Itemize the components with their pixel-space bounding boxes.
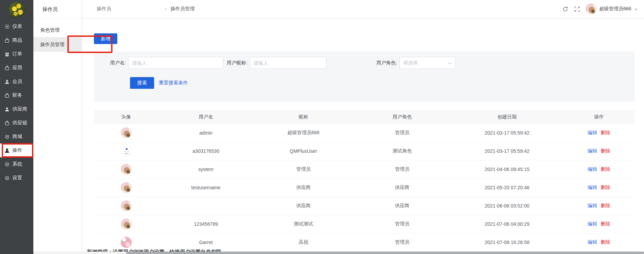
sidebar-item-supplier[interactable]: 供应商 [0,102,33,116]
reset-search-link[interactable]: 重置搜索条件 [159,80,188,86]
sidebar-item-label: 商品 [12,37,22,43]
cell-created: 2021-07-06 04:00:29 [451,221,563,227]
user-menu[interactable]: 超级管理员666 [586,3,638,14]
fullscreen-icon[interactable] [574,6,581,12]
chevron-down-icon [634,6,638,12]
role-select[interactable]: 请选择 [399,57,455,69]
edit-link[interactable]: 编辑 [588,166,597,172]
main-sidebar: 仪表 商品 订单 应用 [0,0,33,254]
edit-link[interactable]: 编辑 [588,148,597,154]
cell-role: 管理员 [353,166,451,172]
delete-link[interactable]: 删除 [601,148,610,154]
column-header-avatar: 头像 [94,114,158,120]
sidebar-item-apps[interactable]: 应用 [0,61,33,75]
sidebar-item-label: 仪表 [12,23,22,30]
dog-photo-avatar [121,164,132,175]
qmplus-logo-avatar [121,146,132,157]
user-avatar [586,3,597,14]
sidebar-item-label: 操作 [12,147,22,154]
sidebar-item-members[interactable]: 会员 [0,75,33,88]
gear-icon [4,162,10,167]
sidebar-item-label: 商城 [12,134,22,140]
edit-link[interactable]: 编辑 [588,184,597,191]
cell-role: 供应商 [353,184,451,191]
cell-username: system [158,167,254,172]
cell-nickname: QMPlusUser [254,148,353,154]
column-header-created: 创建日期 [451,114,563,120]
cell-username: 123456789 [158,221,254,227]
nickname-label: 用户昵称: [227,60,250,66]
search-panel: 用户名: 用户昵称: 用户角色: 请选择 搜索 重置搜索条件 [94,52,635,102]
sidebar-item-label: 设置 [12,175,22,181]
edit-link[interactable]: 编辑 [588,130,597,136]
cell-created: 2021-03-17 05:59:42 [451,148,563,154]
sidebar-item-label: 系统 [12,161,22,167]
bag-icon [4,93,10,98]
sidebar-item-label: 供应商 [12,106,28,112]
sidebar-item-mall[interactable]: 商城 [0,130,33,144]
column-header-nickname: 昵称 [254,114,353,120]
dog-photo-avatar [121,219,132,230]
delete-link[interactable]: 删除 [601,184,610,191]
breadcrumb-separator-icon: > [164,7,167,12]
submenu-item-role-management[interactable]: 角色管理 [33,23,81,37]
top-header: 操作员 > 操作员管理 超级管理员666 [82,0,644,19]
delete-link[interactable]: 删除 [601,221,610,227]
breadcrumb-item-operator-management: 操作员管理 [171,6,266,12]
app-logo-avatar [9,1,25,18]
sidebar-item-label: 财务 [12,92,22,98]
column-header-actions: 操作 [563,114,635,120]
cell-role: 测试角色 [353,148,451,154]
horizontal-scrollbar-thumb[interactable] [126,252,644,254]
refresh-icon[interactable] [562,6,569,12]
header-actions: 超级管理员666 [562,3,638,14]
edit-link[interactable]: 编辑 [588,203,597,209]
sidebar-item-settings[interactable]: 设置 [0,171,33,185]
search-button[interactable]: 搜索 [130,77,154,89]
add-button[interactable]: 新增 [94,33,117,44]
edit-link[interactable]: 编辑 [588,239,597,245]
person-icon [4,148,10,153]
chevron-down-icon [448,60,452,66]
cell-created: 2021-04-06 09:45:15 [451,167,563,172]
breadcrumb: 操作员 > 操作员管理 [97,6,266,12]
cell-nickname: 测试测试 [254,221,353,227]
cell-created: 2021-05-20 07:20:46 [451,185,563,190]
username-input[interactable] [128,57,223,69]
clipboard-icon [4,52,10,57]
sidebar-item-dashboard[interactable]: 仪表 [0,20,33,33]
edit-link[interactable]: 编辑 [588,221,597,227]
bag-icon [4,65,10,71]
sidebar-item-label: 供应链 [12,120,28,126]
submenu-item-operator-management[interactable]: 操作员管理 [33,37,81,52]
cell-created: 2021-07-08 16:26:58 [451,240,563,245]
horizontal-scrollbar [33,252,644,254]
sidebar-item-supply-chain[interactable]: 供应链 [0,116,33,130]
sidebar-item-goods[interactable]: 商品 [0,33,33,47]
content-area: 新增 用户名: 用户昵称: 用户角色: 请选择 搜索 [82,19,644,254]
search-actions: 搜索 重置搜索条件 [94,77,635,89]
app-window: 仪表 商品 订单 应用 [0,0,644,254]
table-header-row: 头像 用户名 昵称 用户角色 创建日期 操作 [94,110,635,124]
role-label: 用户角色: [376,60,399,66]
delete-link[interactable]: 删除 [601,130,610,136]
table-row: admin 超级管理员666 管理员 2021-03-17 05:59:42 编… [94,124,635,142]
delete-link[interactable]: 删除 [601,203,610,209]
gauge-gear-icon [4,24,10,29]
sidebar-item-finance[interactable]: 财务 [0,88,33,102]
delete-link[interactable]: 删除 [601,239,610,245]
gear-icon [4,176,10,181]
username-label: 用户名: [94,60,128,66]
sidebar-item-system[interactable]: 系统 [0,157,33,171]
breadcrumb-item-operator[interactable]: 操作员 [97,6,161,12]
sidebar-item-label: 订单 [12,51,22,57]
sidebar-item-orders[interactable]: 订单 [0,47,33,61]
cell-nickname: 管理员 [254,166,353,172]
sidebar-nav: 仪表 商品 订单 应用 [0,20,33,185]
sidebar-item-operation[interactable]: 操作 [0,144,33,157]
submenu-title: 操作员 [33,0,81,19]
cell-created: 2021-03-17 05:59:42 [451,130,563,136]
delete-link[interactable]: 删除 [601,166,610,172]
cell-nickname: 超级管理员666 [254,130,353,136]
nickname-input[interactable] [250,57,326,69]
